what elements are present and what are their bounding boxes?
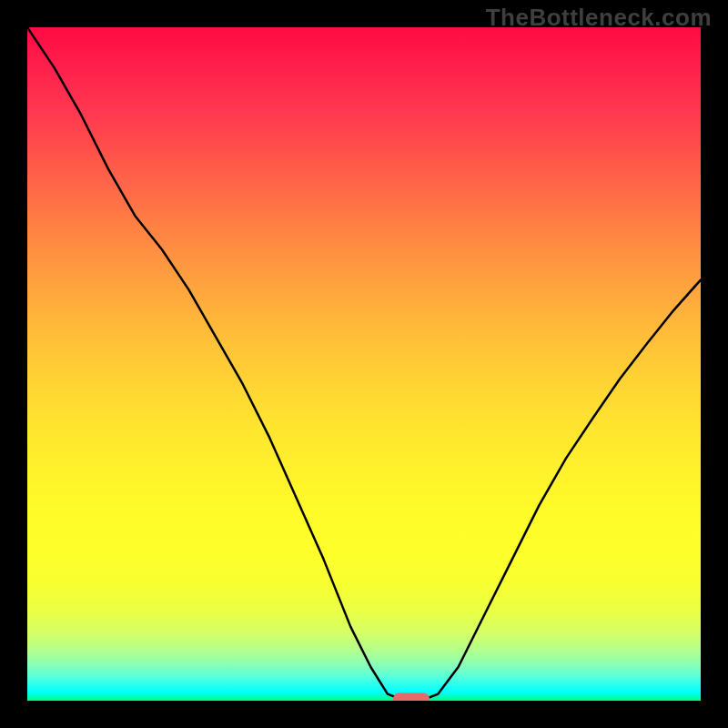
optimal-marker [393,693,430,702]
chart-container: TheBottleneck.com [0,0,728,728]
plot-area [27,27,701,701]
watermark-text: TheBottleneck.com [486,4,712,32]
bottleneck-curve [27,27,701,701]
